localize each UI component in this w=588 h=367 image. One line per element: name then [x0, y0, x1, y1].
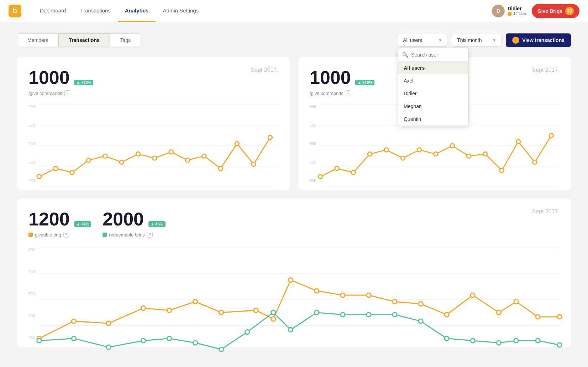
stat-badge-2: ▲ +10% [355, 80, 374, 85]
svg-point-56 [341, 293, 345, 297]
svg-point-62 [497, 310, 501, 315]
svg-point-47 [106, 321, 111, 325]
svg-point-16 [219, 166, 223, 171]
user-dropdown-wrapper: All users ▼ 🔍 All users Axel Didier Megh… [398, 34, 447, 47]
svg-point-29 [384, 148, 389, 152]
y-labels-1: 500 500 500 500 500 [28, 105, 35, 183]
svg-point-81 [445, 336, 449, 341]
dropdown-item-didier[interactable]: Didier [398, 87, 468, 100]
nav-item-admin-settings[interactable]: Admin Settings [156, 0, 206, 22]
svg-point-31 [417, 148, 421, 152]
stat-badge-3b: ▲ +5% [148, 221, 166, 227]
chevron-down-icon: ▼ [438, 38, 442, 42]
stat-number-2: 1000 ▲ +10% [310, 67, 374, 88]
stat-label-1: /give commands ? [28, 90, 93, 96]
period-dropdown-wrapper: This month ▼ [452, 34, 502, 47]
svg-point-57 [367, 293, 371, 297]
svg-point-73 [245, 330, 250, 334]
search-input[interactable] [411, 52, 464, 58]
help-icon-3b[interactable]: ? [147, 232, 153, 238]
tab-bar: Members Transactions Tags All users ▼ 🔍 … [17, 33, 571, 47]
avatar: D [492, 5, 505, 17]
svg-point-67 [72, 336, 76, 341]
dropdown-item-quentin[interactable]: Quentin [398, 113, 468, 126]
card-date-1: Sept 2017. [251, 67, 278, 73]
stat-badge-1: ▲ +10% [74, 80, 93, 85]
svg-point-54 [289, 278, 293, 282]
arrow-up-icon-2: ▲ [357, 80, 361, 85]
dropdown-item-meghan[interactable]: Meghan [398, 100, 468, 113]
card-date-3: Sept 2017. [532, 208, 560, 215]
user-details: Didier 1114bq [508, 6, 527, 16]
legend-dot-teal [103, 233, 107, 237]
tab-group: Members Transactions Tags [17, 33, 141, 47]
svg-point-26 [335, 166, 339, 171]
card-briqs: 1200 ▲ +4% giveable briq ? [17, 198, 571, 347]
help-icon-3a[interactable]: ? [63, 232, 69, 238]
svg-point-77 [341, 313, 345, 317]
period-dropdown-trigger[interactable]: This month ▼ [452, 34, 502, 47]
svg-point-58 [393, 299, 397, 304]
svg-point-11 [136, 152, 140, 156]
tab-controls: All users ▼ 🔍 All users Axel Didier Megh… [398, 33, 571, 47]
tab-transactions[interactable]: Transactions [58, 33, 110, 47]
svg-point-28 [368, 152, 372, 156]
view-transactions-button[interactable]: View transactions [506, 33, 571, 47]
card-header-3: 1200 ▲ +4% giveable briq ? [28, 208, 560, 239]
tab-members[interactable]: Members [17, 33, 58, 47]
svg-point-46 [72, 319, 76, 323]
svg-point-37 [516, 139, 520, 144]
stat-badge-3a: ▲ +4% [74, 221, 91, 227]
nav-item-dashboard[interactable]: Dashboard [33, 0, 73, 22]
svg-point-53 [271, 317, 275, 321]
card-stat-2: 1000 ▲ +10% /give commands ? [310, 67, 374, 96]
main-content: Members Transactions Tags All users ▼ 🔍 … [0, 22, 588, 367]
svg-point-8 [86, 158, 91, 163]
svg-point-59 [419, 302, 423, 306]
svg-point-19 [268, 135, 272, 140]
user-dropdown-trigger[interactable]: All users ▼ [398, 34, 447, 47]
svg-point-69 [141, 339, 145, 343]
user-name: Didier [508, 6, 527, 11]
svg-point-39 [549, 133, 553, 138]
svg-point-18 [252, 162, 256, 166]
svg-point-30 [401, 156, 405, 160]
nav-item-transactions[interactable]: Transactions [73, 0, 117, 22]
svg-point-63 [514, 299, 518, 304]
svg-point-78 [367, 313, 371, 317]
arrow-up-icon: ▲ [76, 80, 80, 85]
svg-point-27 [351, 170, 356, 175]
search-icon: 🔍 [402, 52, 408, 58]
svg-point-52 [254, 308, 258, 313]
briqs-count-badge: 32 [565, 7, 574, 15]
y-labels-3: 500 500 500 500 500 [28, 248, 35, 340]
nav-item-analytics[interactable]: Analytics [118, 0, 156, 22]
coin-dot-icon [508, 12, 512, 16]
help-icon-2[interactable]: ? [346, 90, 351, 96]
svg-point-48 [141, 306, 145, 310]
svg-point-25 [318, 175, 322, 179]
stat-redeemable: 2000 ▲ +5% redeemable briqs ? [103, 208, 165, 238]
help-icon-1[interactable]: ? [64, 90, 70, 96]
svg-point-36 [500, 169, 504, 173]
card-give-commands: 1000 ▲ +10% /give commands ? Sept 2017. [17, 57, 290, 190]
svg-point-75 [289, 328, 293, 332]
nav-links: Dashboard Transactions Analytics Admin S… [33, 0, 492, 22]
svg-point-13 [169, 150, 173, 154]
svg-point-35 [483, 152, 488, 156]
svg-point-76 [315, 310, 319, 315]
cards-row-1: 1000 ▲ +10% /give commands ? Sept 2017. [17, 57, 571, 190]
chart-area-3: 500 500 500 500 500 [28, 248, 560, 340]
card-stat-1: 1000 ▲ +10% /give commands ? [28, 67, 93, 96]
svg-point-5 [37, 175, 41, 179]
give-briqs-button[interactable]: Give Briqs 32 [532, 4, 579, 18]
dropdown-item-all[interactable]: All users [398, 62, 468, 74]
navbar: b Dashboard Transactions Analytics Admin… [0, 0, 588, 22]
tab-tags[interactable]: Tags [110, 33, 141, 47]
svg-point-9 [103, 154, 107, 158]
svg-point-6 [54, 166, 58, 171]
svg-point-12 [153, 156, 157, 160]
search-bar: 🔍 [398, 48, 468, 62]
dropdown-item-axel[interactable]: Axel [398, 74, 468, 87]
svg-point-74 [271, 310, 275, 315]
